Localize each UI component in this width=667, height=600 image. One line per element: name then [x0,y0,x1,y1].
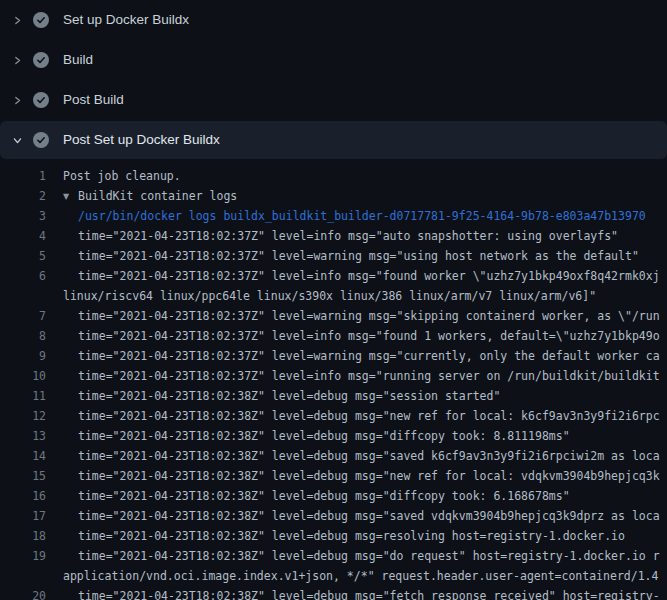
log-line: 1Post job cleanup. [0,166,667,186]
log-line: 6time="2021-04-23T18:02:37Z" level=info … [0,266,667,286]
log-line-number[interactable]: 4 [0,226,46,246]
log-line-text: time="2021-04-23T18:02:38Z" level=debug … [46,406,667,426]
check-circle-icon [33,52,49,68]
log-group-label: BuildKit container logs [78,189,237,203]
log-line-text: time="2021-04-23T18:02:37Z" level=info m… [46,366,667,386]
log-line: 10time="2021-04-23T18:02:37Z" level=info… [0,366,667,386]
log-line-number[interactable]: 5 [0,246,46,266]
step-row[interactable]: Build [0,40,667,80]
log-line-number[interactable] [0,286,46,306]
log-line-number[interactable]: 18 [0,526,46,546]
log-line-number[interactable]: 19 [0,546,46,566]
check-circle-icon [33,132,49,148]
log-line: 4time="2021-04-23T18:02:37Z" level=info … [0,226,667,246]
step-list: Set up Docker BuildxBuildPost BuildPost … [0,0,667,159]
check-circle-icon [33,12,49,28]
log-line-text: time="2021-04-23T18:02:37Z" level=info m… [46,226,667,246]
log-line-number[interactable]: 15 [0,466,46,486]
log-line: 15time="2021-04-23T18:02:38Z" level=debu… [0,466,667,486]
log-line-number[interactable]: 20 [0,586,46,600]
log-line: 5time="2021-04-23T18:02:37Z" level=warni… [0,246,667,266]
check-circle-icon [33,92,49,108]
log-line-number[interactable] [0,566,46,586]
log-line-text: time="2021-04-23T18:02:37Z" level=info m… [46,266,667,286]
chevron-right-icon[interactable] [12,55,33,66]
log-line-text: time="2021-04-23T18:02:37Z" level=warnin… [46,306,667,326]
log-line-number[interactable]: 11 [0,386,46,406]
log-line-number[interactable]: 3 [0,206,46,226]
log-line-text: time="2021-04-23T18:02:38Z" level=debug … [46,526,667,546]
step-label: Post Build [63,92,124,108]
log-line-text: time="2021-04-23T18:02:37Z" level=info m… [46,326,667,346]
log-line: 17time="2021-04-23T18:02:38Z" level=debu… [0,506,667,526]
log-line-number[interactable]: 9 [0,346,46,366]
log-line: 16time="2021-04-23T18:02:38Z" level=debu… [0,486,667,506]
log-line-text: linux/riscv64 linux/ppc64le linux/s390x … [46,286,667,306]
log-line: application/vnd.oci.image.index.v1+json,… [0,566,667,586]
step-row[interactable]: Set up Docker Buildx [0,0,667,40]
log-line-text: time="2021-04-23T18:02:38Z" level=debug … [46,486,667,506]
log-line: 11time="2021-04-23T18:02:38Z" level=debu… [0,386,667,406]
log-line-number[interactable]: 14 [0,446,46,466]
log-line-text: time="2021-04-23T18:02:37Z" level=warnin… [46,346,667,366]
log-line-number[interactable]: 17 [0,506,46,526]
step-row[interactable]: Post Set up Docker Buildx [0,121,667,159]
step-label: Post Set up Docker Buildx [63,132,220,148]
log-line-text: Post job cleanup. [46,166,667,186]
log-line-text: application/vnd.oci.image.index.v1+json,… [46,566,667,586]
log-line-text: time="2021-04-23T18:02:38Z" level=debug … [46,586,667,600]
log-line-text: time="2021-04-23T18:02:38Z" level=debug … [46,386,667,406]
group-toggle-icon[interactable]: ▼ [63,187,78,206]
log-line: 3/usr/bin/docker logs buildx_buildkit_bu… [0,206,667,226]
log-line-number[interactable]: 6 [0,266,46,286]
log-line-number[interactable]: 16 [0,486,46,506]
log-line-number[interactable]: 12 [0,406,46,426]
log-line: 8time="2021-04-23T18:02:37Z" level=info … [0,326,667,346]
log-area: 1Post job cleanup.2▼BuildKit container l… [0,160,667,600]
step-row[interactable]: Post Build [0,80,667,120]
log-line: 20time="2021-04-23T18:02:38Z" level=debu… [0,586,667,600]
chevron-right-icon[interactable] [12,95,33,106]
chevron-right-icon[interactable] [12,15,33,26]
log-line-text: time="2021-04-23T18:02:38Z" level=debug … [46,506,667,526]
log-command-text: /usr/bin/docker logs buildx_buildkit_bui… [46,206,667,226]
log-line: 9time="2021-04-23T18:02:37Z" level=warni… [0,346,667,366]
log-line-text: ▼BuildKit container logs [46,186,667,206]
log-line-number[interactable]: 13 [0,426,46,446]
log-line-number[interactable]: 8 [0,326,46,346]
log-line-text: time="2021-04-23T18:02:38Z" level=debug … [46,426,667,446]
chevron-down-icon[interactable] [12,135,33,146]
log-line-number[interactable]: 7 [0,306,46,326]
log-line-number[interactable]: 1 [0,166,46,186]
log-line: linux/riscv64 linux/ppc64le linux/s390x … [0,286,667,306]
log-line-text: time="2021-04-23T18:02:38Z" level=debug … [46,446,667,466]
log-line: 14time="2021-04-23T18:02:38Z" level=debu… [0,446,667,466]
log-line: 18time="2021-04-23T18:02:38Z" level=debu… [0,526,667,546]
log-line-number[interactable]: 10 [0,366,46,386]
log-line-text: time="2021-04-23T18:02:37Z" level=warnin… [46,246,667,266]
log-group-row[interactable]: 2▼BuildKit container logs [0,186,667,206]
log-line: 19time="2021-04-23T18:02:38Z" level=debu… [0,546,667,566]
log-line: 13time="2021-04-23T18:02:38Z" level=debu… [0,426,667,446]
log-line-number[interactable]: 2 [0,186,46,206]
log-line: 12time="2021-04-23T18:02:38Z" level=debu… [0,406,667,426]
log-line-text: time="2021-04-23T18:02:38Z" level=debug … [46,546,667,566]
log-line-text: time="2021-04-23T18:02:38Z" level=debug … [46,466,667,486]
step-label: Set up Docker Buildx [63,12,189,28]
log-line: 7time="2021-04-23T18:02:37Z" level=warni… [0,306,667,326]
github-actions-log-viewer: Set up Docker BuildxBuildPost BuildPost … [0,0,667,600]
step-label: Build [63,52,93,68]
